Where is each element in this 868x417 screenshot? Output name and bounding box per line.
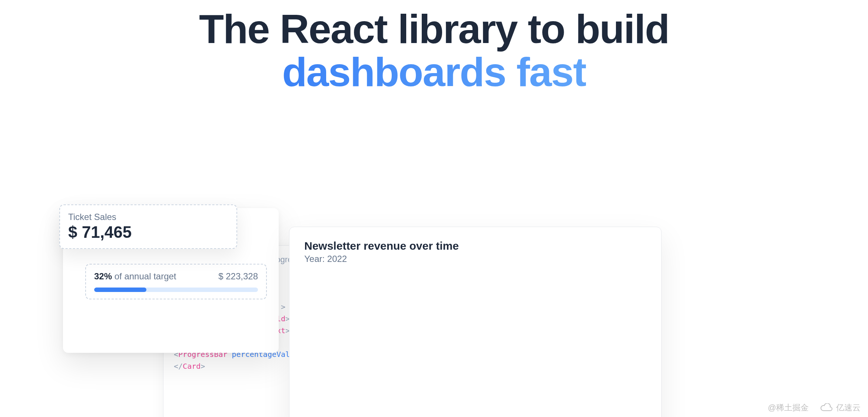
watermark-right: 亿速云: [820, 402, 861, 413]
chart-subtitle: Year: 2022: [304, 254, 646, 264]
kpi-percent-text: 32% of annual target: [94, 271, 176, 282]
cloud-icon: [820, 403, 833, 412]
progress-bar: [94, 288, 258, 292]
watermark-bar: @稀土掘金 亿速云: [768, 402, 861, 413]
hero-heading: The React library to build dashboards fa…: [0, 0, 868, 93]
progress-fill: [94, 288, 146, 292]
kpi-target-amount: $ 223,328: [218, 271, 258, 282]
kpi-card: Ticket Sales $ 71,465 32% of annual targ…: [63, 208, 279, 353]
kpi-label: Ticket Sales: [68, 212, 228, 222]
kpi-metric-box: Ticket Sales $ 71,465: [59, 204, 237, 249]
kpi-target-box: 32% of annual target $ 223,328: [85, 264, 267, 299]
kpi-value: $ 71,465: [68, 223, 228, 242]
watermark-left: @稀土掘金: [768, 402, 809, 413]
hero-line2: dashboards fast: [282, 49, 586, 95]
chart-title: Newsletter revenue over time: [304, 240, 646, 252]
chart-card: Newsletter revenue over time Year: 2022: [289, 227, 662, 417]
kpi-percent: 32%: [94, 271, 112, 281]
hero-line1: The React library to build: [199, 6, 669, 52]
